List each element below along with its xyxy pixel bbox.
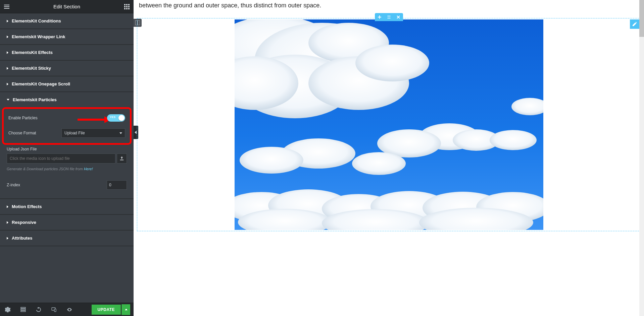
- svg-point-43: [240, 147, 303, 174]
- svg-point-24: [387, 18, 388, 19]
- canvas-inner: between the ground and outer space, thus…: [134, 0, 644, 231]
- choose-format-select[interactable]: Upload File: [61, 128, 125, 138]
- acc-label: ElementsKit Sticky: [12, 66, 51, 71]
- upload-json-button[interactable]: [117, 153, 127, 164]
- acc-label: ElementsKit Conditions: [12, 18, 61, 23]
- acc-label: ElementsKit Onepage Scroll: [12, 81, 70, 86]
- acc-effects: ElementsKit Effects: [0, 45, 134, 61]
- acc-particles-body: Enable Particles YES Choose Format Uploa…: [0, 107, 134, 198]
- svg-rect-5: [128, 4, 130, 5]
- caret-up-icon: [125, 309, 128, 310]
- chevron-down-icon: [119, 132, 122, 134]
- section[interactable]: [137, 18, 641, 231]
- acc-effects-head[interactable]: ElementsKit Effects: [0, 45, 134, 60]
- history-icon[interactable]: [31, 303, 46, 316]
- svg-point-22: [388, 16, 389, 17]
- acc-label: Motion Effects: [12, 204, 42, 209]
- enable-particles-label: Enable Particles: [8, 116, 38, 120]
- svg-rect-9: [124, 8, 126, 9]
- section-edit[interactable]: [630, 19, 639, 29]
- choose-format-label: Choose Format: [8, 131, 36, 135]
- upload-json-label: Upload Json File: [7, 147, 127, 151]
- acc-conditions: ElementsKit Conditions: [0, 13, 134, 29]
- section-delete[interactable]: [394, 13, 403, 21]
- preview-icon[interactable]: [62, 303, 77, 316]
- svg-rect-4: [126, 4, 128, 5]
- section-drag[interactable]: [384, 13, 394, 21]
- acc-particles-head[interactable]: Elementskit Particles: [0, 92, 134, 107]
- editor-panel: Edit Section ElementsKit Conditions Elem…: [0, 0, 134, 316]
- update-options[interactable]: [121, 304, 130, 315]
- json-hint-link[interactable]: Here!: [84, 167, 93, 171]
- acc-label: Attributes: [12, 236, 32, 241]
- svg-point-26: [389, 18, 390, 19]
- acc-wrapper-link-head[interactable]: Elementskit Wrapper Link: [0, 29, 134, 44]
- canvas-scrollbar[interactable]: [639, 0, 644, 316]
- caret-right-icon: [7, 51, 8, 54]
- caret-down-icon: [7, 99, 9, 101]
- toggle-text: YES: [110, 116, 116, 119]
- acc-responsive: Responsive: [0, 215, 134, 231]
- acc-motion-head[interactable]: Motion Effects: [0, 199, 134, 214]
- svg-point-21: [387, 16, 388, 17]
- acc-conditions-head[interactable]: ElementsKit Conditions: [0, 13, 134, 28]
- svg-rect-2: [4, 8, 9, 9]
- svg-rect-1: [4, 6, 9, 7]
- acc-particles: Elementskit Particles Enable Particles Y…: [0, 92, 134, 199]
- svg-rect-8: [128, 6, 130, 7]
- sky-image: [235, 19, 543, 230]
- navigator-icon[interactable]: [15, 303, 31, 316]
- svg-rect-7: [126, 6, 128, 7]
- svg-point-25: [388, 18, 389, 19]
- svg-rect-20: [378, 17, 381, 17]
- acc-label: ElementsKit Effects: [12, 50, 53, 55]
- toggle-knob: [118, 115, 125, 121]
- enable-particles-toggle[interactable]: YES: [107, 114, 125, 122]
- acc-attributes-head[interactable]: Attributes: [0, 231, 134, 246]
- svg-rect-6: [124, 6, 126, 7]
- acc-label: Elementskit Particles: [13, 97, 57, 102]
- scrollbar-thumb[interactable]: [639, 0, 644, 37]
- json-hint-text: Generate & Download particles JSON file …: [7, 167, 84, 171]
- panel-title: Edit Section: [10, 4, 123, 9]
- caret-right-icon: [7, 221, 8, 224]
- responsive-icon[interactable]: [46, 303, 62, 316]
- svg-rect-10: [126, 8, 128, 9]
- zindex-row: Z-index: [7, 177, 127, 193]
- acc-onepage-head[interactable]: ElementsKit Onepage Scroll: [0, 76, 134, 91]
- section-add[interactable]: [375, 13, 384, 21]
- zindex-input[interactable]: [107, 180, 127, 190]
- svg-point-23: [389, 16, 390, 17]
- acc-responsive-head[interactable]: Responsive: [0, 215, 134, 230]
- svg-point-36: [355, 45, 429, 81]
- acc-onepage: ElementsKit Onepage Scroll: [0, 76, 134, 92]
- svg-rect-17: [54, 309, 56, 312]
- editor-canvas: between the ground and outer space, thus…: [134, 0, 644, 316]
- widgets-icon[interactable]: [123, 3, 130, 10]
- choose-format-row: Choose Format Upload File: [8, 125, 125, 141]
- tutorial-highlight: Enable Particles YES Choose Format Uploa…: [2, 107, 132, 145]
- acc-sticky-head[interactable]: ElementsKit Sticky: [0, 61, 134, 76]
- settings-icon[interactable]: [0, 303, 15, 316]
- update-button[interactable]: UPDATE: [92, 305, 121, 315]
- caret-right-icon: [7, 36, 8, 38]
- upload-json-row: [7, 153, 127, 164]
- panel-header: Edit Section: [0, 0, 134, 13]
- acc-label: Responsive: [12, 220, 36, 225]
- svg-rect-0: [4, 5, 9, 5]
- caret-right-icon: [7, 205, 8, 208]
- svg-rect-11: [128, 8, 130, 9]
- svg-point-44: [352, 152, 406, 175]
- acc-label: Elementskit Wrapper Link: [12, 34, 65, 39]
- caret-right-icon: [7, 83, 8, 85]
- menu-icon[interactable]: [3, 3, 10, 10]
- section-toolbar: [375, 13, 403, 21]
- acc-wrapper-link: Elementskit Wrapper Link: [0, 29, 134, 45]
- caret-right-icon: [7, 20, 8, 22]
- json-hint: Generate & Download particles JSON file …: [7, 167, 127, 171]
- upload-json-input[interactable]: [7, 153, 115, 164]
- enable-particles-row: Enable Particles YES: [8, 111, 125, 125]
- panel-body: ElementsKit Conditions Elementskit Wrapp…: [0, 13, 134, 303]
- acc-attributes: Attributes: [0, 231, 134, 246]
- acc-motion: Motion Effects: [0, 199, 134, 215]
